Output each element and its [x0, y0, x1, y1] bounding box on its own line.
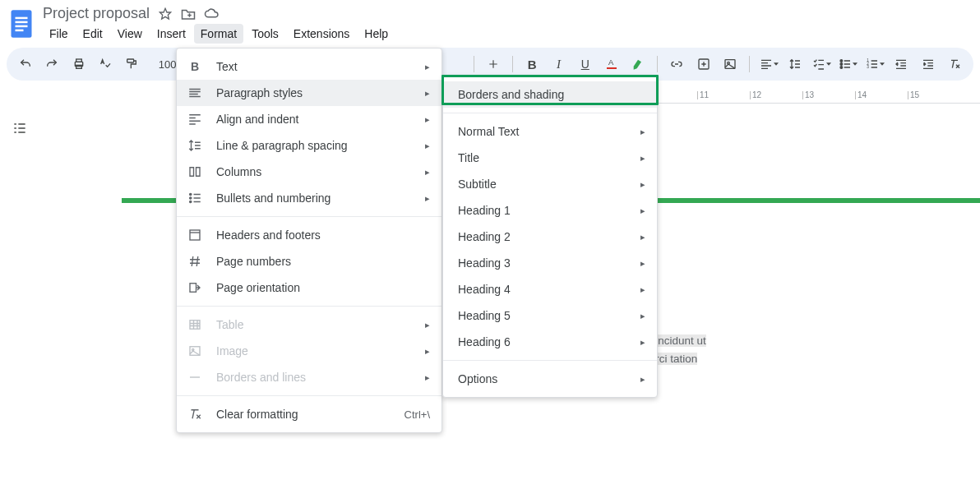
- docs-logo-icon[interactable]: [7, 5, 36, 43]
- menu-item-label: Heading 5: [458, 309, 627, 322]
- align-icon: [187, 111, 203, 127]
- format-menu-item[interactable]: Page numbers: [177, 248, 441, 274]
- increase-indent-button[interactable]: [918, 53, 939, 76]
- plus-button[interactable]: [483, 53, 504, 76]
- menu-item-label: Page orientation: [216, 281, 430, 294]
- text-color-button[interactable]: A: [601, 53, 622, 76]
- menu-item-label: Borders and shading: [458, 88, 645, 101]
- paragraph-menu-item[interactable]: Heading 3 ▸: [443, 250, 657, 276]
- line-spacing-button[interactable]: [784, 53, 806, 76]
- svg-point-21: [190, 193, 192, 195]
- submenu-arrow-icon: ▸: [640, 179, 645, 190]
- svg-rect-0: [12, 10, 32, 37]
- menu-item-label: Subtitle: [458, 178, 627, 191]
- paragraph-menu-item[interactable]: Normal Text ▸: [443, 118, 657, 145]
- format-menu-item[interactable]: Page orientation: [177, 274, 441, 301]
- insert-link-button[interactable]: [666, 53, 687, 76]
- paragraph-menu-item[interactable]: Heading 4 ▸: [443, 276, 657, 302]
- paint-format-button[interactable]: [121, 53, 142, 76]
- insert-image-button[interactable]: [719, 53, 741, 76]
- menu-tools[interactable]: Tools: [245, 24, 285, 44]
- redo-button[interactable]: [41, 53, 62, 76]
- align-button[interactable]: [758, 53, 779, 76]
- paragraph-menu-item[interactable]: Subtitle ▸: [443, 171, 657, 197]
- document-title[interactable]: Project proposal: [43, 5, 150, 22]
- menu-item-shortcut: Ctrl+\: [404, 408, 430, 421]
- paragraph-menu-item[interactable]: Options ▸: [443, 366, 657, 392]
- ruler-tick: 12: [750, 91, 802, 99]
- bold-icon: B: [187, 58, 203, 75]
- star-icon[interactable]: [158, 7, 173, 21]
- spacing-icon: [187, 137, 203, 154]
- submenu-arrow-icon: ▸: [640, 311, 645, 321]
- svg-rect-26: [190, 321, 200, 330]
- submenu-arrow-icon: ▸: [425, 114, 430, 125]
- title-area: Project proposal File Edit View Insert F…: [43, 5, 395, 44]
- menu-item-label: Heading 4: [458, 283, 627, 296]
- format-menu-item: Borders and lines ▸: [177, 364, 441, 390]
- submenu-arrow-icon: ▸: [425, 346, 430, 357]
- format-menu-item[interactable]: Clear formatting Ctrl+\: [177, 401, 441, 427]
- menu-help[interactable]: Help: [358, 24, 395, 44]
- format-menu-item[interactable]: Line & paragraph spacing ▸: [177, 132, 441, 159]
- cloud-status-icon[interactable]: [204, 7, 219, 21]
- paragraph-menu-item[interactable]: Heading 5 ▸: [443, 302, 657, 329]
- numbered-list-button[interactable]: 123: [864, 53, 885, 76]
- ruler-tick: 11: [697, 91, 750, 99]
- menu-file[interactable]: File: [43, 24, 75, 44]
- undo-button[interactable]: [15, 53, 36, 76]
- svg-rect-25: [190, 284, 196, 293]
- menu-format[interactable]: Format: [194, 24, 243, 44]
- print-button[interactable]: [68, 53, 90, 76]
- menu-item-label: Options: [458, 372, 627, 385]
- svg-rect-4: [16, 30, 24, 32]
- ruler-tick: 14: [855, 91, 908, 99]
- add-comment-button[interactable]: [693, 53, 714, 76]
- submenu-arrow-icon: ▸: [425, 167, 430, 178]
- svg-point-16: [840, 63, 843, 66]
- checklist-button[interactable]: [811, 53, 833, 76]
- format-menu-item[interactable]: Bullets and numbering ▸: [177, 185, 441, 211]
- highlight-color-button[interactable]: [627, 53, 649, 76]
- menu-item-label: Text: [216, 60, 412, 73]
- header: Project proposal File Edit View Insert F…: [0, 0, 980, 48]
- menu-edit[interactable]: Edit: [76, 24, 109, 44]
- spellcheck-button[interactable]: [95, 53, 116, 76]
- format-menu-item[interactable]: B Text ▸: [177, 53, 441, 80]
- bullets-icon: [187, 190, 203, 206]
- bulleted-list-button[interactable]: [838, 53, 859, 76]
- decrease-indent-button[interactable]: [890, 53, 912, 76]
- submenu-arrow-icon: ▸: [425, 141, 430, 151]
- menu-item-label: Bullets and numbering: [216, 191, 412, 205]
- svg-rect-24: [190, 230, 200, 240]
- outline-toggle-icon[interactable]: [12, 120, 28, 489]
- menu-item-label: Clear formatting: [216, 408, 391, 421]
- italic-button[interactable]: I: [548, 53, 569, 76]
- menu-view[interactable]: View: [111, 24, 149, 44]
- menu-item-label: Page numbers: [216, 255, 430, 268]
- format-menu-item[interactable]: Headers and footers: [177, 222, 441, 248]
- menu-item-label: Table: [216, 318, 412, 331]
- format-menu-item[interactable]: Columns ▸: [177, 159, 441, 185]
- menu-item-label: Normal Text: [458, 125, 627, 138]
- paragraph-menu-item[interactable]: Borders and shading: [443, 81, 657, 108]
- paragraph-menu-item[interactable]: Heading 1 ▸: [443, 197, 657, 224]
- svg-text:A: A: [608, 58, 614, 67]
- format-menu-item[interactable]: Paragraph styles ▸: [177, 80, 441, 106]
- paragraph-menu-item[interactable]: Title ▸: [443, 145, 657, 171]
- move-icon[interactable]: [181, 7, 196, 21]
- clear-formatting-button[interactable]: [944, 53, 965, 76]
- paragraph-menu-item[interactable]: Heading 2 ▸: [443, 224, 657, 250]
- format-menu-item[interactable]: Align and indent ▸: [177, 106, 441, 132]
- menu-insert[interactable]: Insert: [150, 24, 192, 44]
- submenu-arrow-icon: ▸: [425, 372, 430, 383]
- paragraph-menu-item[interactable]: Heading 6 ▸: [443, 329, 657, 355]
- svg-text:3: 3: [867, 65, 869, 69]
- underline-button[interactable]: U: [575, 53, 596, 76]
- menu-item-label: Align and indent: [216, 113, 412, 126]
- menu-item-label: Borders and lines: [216, 371, 412, 384]
- menu-extensions[interactable]: Extensions: [287, 24, 356, 44]
- bold-button[interactable]: B: [521, 53, 543, 76]
- submenu-arrow-icon: ▸: [640, 205, 645, 216]
- submenu-arrow-icon: ▸: [640, 374, 645, 385]
